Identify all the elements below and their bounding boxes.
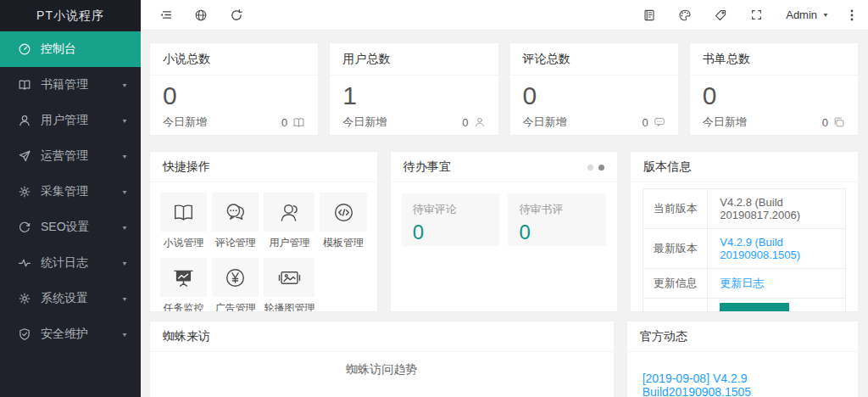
sidebar-item-label: 系统设置 [41, 291, 88, 306]
tag-icon[interactable] [703, 0, 738, 31]
expand-icon[interactable] [738, 0, 774, 31]
sidebar-item-users[interactable]: 用户管理 ▼ [0, 103, 141, 138]
chevron-down-icon: ▼ [121, 331, 128, 338]
todo-label: 待审评论 [413, 202, 489, 217]
gear-icon [18, 185, 31, 198]
sidebar-item-seo[interactable]: SEO设置 ▼ [0, 210, 141, 245]
stat-card-comments: 评论总数 0 今日新增 0 [509, 42, 679, 136]
sidebar-item-stats-log[interactable]: 统计日志 ▼ [0, 245, 141, 281]
chevron-down-icon: ▼ [121, 295, 128, 302]
quick-action-comments[interactable]: 评论管理 [212, 193, 259, 250]
quick-action-label: 评论管理 [212, 236, 259, 250]
panel-title: 官方动态 [640, 329, 687, 344]
stat-footer-label: 今日新增 [523, 115, 567, 130]
news-panel: 官方动态 [2019-09-08] V4.2.9 Build20190908.1… [626, 321, 859, 397]
quick-action-ads[interactable]: 广告管理 [212, 258, 259, 312]
seo-icon [18, 221, 31, 234]
carousel-icon [278, 266, 301, 289]
quick-action-label: 用户管理 [264, 236, 314, 250]
sidebar-item-label: 采集管理 [41, 184, 88, 199]
update-now-button[interactable]: 立即更新 [720, 303, 789, 312]
shield-icon [18, 327, 31, 341]
stat-value: 1 [330, 75, 498, 110]
quick-action-label: 任务监控 [160, 301, 207, 312]
version-row-label: 最新版本 [643, 229, 708, 269]
refresh-icon[interactable] [219, 0, 254, 31]
stat-footer-value: 0 [281, 116, 287, 129]
kebab-icon[interactable] [841, 0, 863, 31]
code-circle-icon [332, 201, 355, 224]
chevron-down-icon: ▼ [121, 188, 128, 195]
topbar: Admin ▼ [141, 0, 868, 31]
stat-value: 0 [510, 75, 678, 110]
fold-icon[interactable] [147, 0, 183, 31]
sidebar-item-collect[interactable]: 采集管理 ▼ [0, 174, 141, 210]
chevron-down-icon: ▼ [822, 12, 829, 19]
dot-page-1[interactable] [587, 165, 593, 171]
quick-action-templates[interactable]: 模板管理 [320, 193, 366, 250]
palette-icon[interactable] [667, 0, 703, 31]
stat-title: 用户总数 [330, 43, 498, 75]
booklist-icon [833, 116, 845, 128]
operations-icon [18, 149, 31, 163]
table-row: 更新信息 更新日志 [643, 269, 846, 299]
dot-page-2[interactable] [598, 165, 604, 171]
document-icon[interactable] [632, 0, 667, 31]
user-dropdown[interactable]: Admin ▼ [774, 8, 841, 21]
panel-title: 蜘蛛来访 [163, 329, 210, 344]
news-item-link[interactable]: [2019-09-08] V4.2.9 Build20190908.1505 [643, 372, 851, 397]
book-icon [18, 78, 31, 92]
carousel-dots [587, 165, 604, 171]
stat-card-novels: 小说总数 0 今日新增 0 [149, 42, 319, 136]
monitor-board-icon [172, 266, 195, 289]
quick-action-carousel[interactable]: 轮播图管理 [264, 258, 314, 312]
stats-row: 小说总数 0 今日新增 0 用户总数 1 今日新增 [149, 42, 859, 136]
panel-title: 待办事宜 [403, 159, 451, 175]
stat-footer-label: 今日新增 [703, 115, 747, 130]
table-row: 一键升级 立即更新 [643, 299, 846, 313]
sidebar-item-books[interactable]: 书籍管理 ▼ [0, 67, 141, 103]
table-row: 当前版本 V4.2.8 (Build 20190817.2006) [643, 189, 846, 229]
panel-title: 版本信息 [643, 159, 691, 175]
stat-title: 书单总数 [690, 43, 858, 75]
todo-pending-comments[interactable]: 待审评论 0 [402, 193, 500, 246]
quick-action-task-monitor[interactable]: 任务监控 [160, 258, 207, 312]
stat-footer-value: 0 [643, 116, 648, 129]
sidebar-item-dashboard[interactable]: 控制台 [0, 31, 141, 67]
sidebar-item-label: 运营管理 [41, 148, 88, 164]
todo-pending-reviews[interactable]: 待审书评 0 [508, 193, 606, 246]
stat-footer-label: 今日新增 [342, 115, 387, 130]
app-title: PT小说程序 [0, 0, 141, 31]
book-icon [292, 116, 305, 129]
stat-title: 小说总数 [150, 43, 318, 75]
panel-title: 快捷操作 [163, 159, 210, 175]
quick-action-users[interactable]: 用户管理 [264, 193, 314, 250]
comment-icon [654, 116, 665, 128]
table-row: 最新版本 V4.2.9 (Build 20190908.1505) [643, 229, 846, 269]
globe-icon[interactable] [183, 0, 219, 31]
quick-action-novels[interactable]: 小说管理 [160, 193, 207, 250]
version-row-label: 更新信息 [643, 269, 708, 299]
user-icon [474, 116, 486, 128]
gear-icon [18, 292, 31, 305]
version-row-label: 当前版本 [643, 189, 708, 229]
sidebar-item-label: 书籍管理 [41, 77, 88, 92]
current-version-value: V4.2.8 (Build 20190817.2006) [708, 189, 846, 229]
quick-action-label: 模板管理 [320, 236, 366, 250]
sidebar-item-operations[interactable]: 运营管理 ▼ [0, 138, 141, 174]
stat-card-users: 用户总数 1 今日新增 0 [329, 42, 498, 136]
quick-action-label: 广告管理 [212, 301, 259, 312]
todo-panel: 待办事宜 待审评论 0 待审书评 0 [390, 151, 619, 312]
stat-value: 0 [150, 75, 318, 110]
version-row-label: 一键升级 [643, 299, 708, 313]
stat-footer-label: 今日新增 [163, 115, 207, 130]
quick-action-label: 轮播图管理 [264, 301, 314, 312]
sidebar-nav: 控制台 书籍管理 ▼ 用户管理 ▼ 运营管理 [0, 31, 141, 352]
latest-version-link[interactable]: V4.2.9 (Build 20190908.1505) [720, 236, 800, 261]
stat-value: 0 [690, 75, 858, 110]
sidebar-item-security[interactable]: 安全维护 ▼ [0, 316, 141, 352]
chevron-down-icon: ▼ [121, 117, 128, 124]
user-icon [278, 201, 301, 224]
changelog-link[interactable]: 更新日志 [720, 277, 764, 289]
sidebar-item-system[interactable]: 系统设置 ▼ [0, 281, 141, 316]
